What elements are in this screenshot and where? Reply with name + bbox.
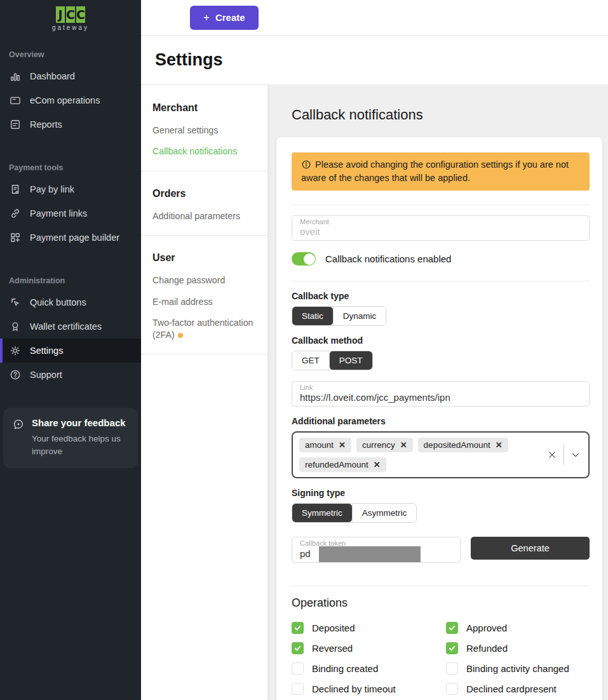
sidebar-item-payment-page-builder[interactable]: Payment page builder <box>0 225 141 250</box>
chevron-down-icon[interactable] <box>570 449 581 461</box>
check-icon <box>294 644 302 652</box>
callback-token-field[interactable]: Callback token pd <box>292 537 461 562</box>
link-field-value: https://l.oveit.com/jcc_payments/ipn <box>300 392 581 403</box>
multiselect-controls <box>546 445 581 465</box>
reports-icon <box>9 118 22 131</box>
divider <box>292 586 590 586</box>
panel-heading: Callback notifications <box>292 107 602 123</box>
chip-refundedAmount[interactable]: refundedAmount✕ <box>299 457 386 472</box>
operation-reversed: Reversed <box>292 642 446 655</box>
feedback-title: Share your feedback <box>32 417 127 428</box>
sidebar-item-dashboard[interactable]: Dashboard <box>0 64 141 88</box>
callback-type-dynamic[interactable]: Dynamic <box>333 307 386 325</box>
subnav-item-callback-notifications[interactable]: Callback notifications <box>152 145 256 157</box>
info-icon <box>301 159 311 170</box>
checkbox-binding-activity-changed[interactable] <box>446 663 458 675</box>
sidebar-item-label: Pay by link <box>30 184 74 194</box>
page-title-bar: Settings <box>141 36 608 85</box>
warning-alert-text: Please avoid changing the configuration … <box>301 159 569 183</box>
subnav-item-general-settings[interactable]: General settings <box>152 125 256 136</box>
operation-deposited: Deposited <box>292 622 446 635</box>
subnav-divider <box>141 235 267 236</box>
support-icon <box>9 368 22 381</box>
sidebar-item-label: Dashboard <box>30 71 75 81</box>
chip-depositedAmount[interactable]: depositedAmount✕ <box>418 438 508 452</box>
sidebar-item-support[interactable]: Support <box>0 363 141 387</box>
signing-type-symmetric[interactable]: Symmetric <box>292 504 352 522</box>
additional-parameters-multiselect[interactable]: amount✕ currency✕ depositedAmount✕ refun… <box>292 431 590 478</box>
sidebar-item-label: Reports <box>30 119 62 130</box>
operation-declined-by-timeout: Declined by timeout <box>292 683 446 696</box>
check-icon <box>448 644 456 652</box>
merchant-field-value: oveit <box>300 226 581 238</box>
section-header-administration: Administration <box>0 276 141 285</box>
create-button-label: Create <box>215 12 245 23</box>
callback-token-row: Callback token pd Generate <box>292 537 590 562</box>
divider <box>292 281 590 281</box>
additional-parameters-label: Additional parameters <box>292 416 590 426</box>
clear-all-icon[interactable] <box>546 449 558 461</box>
checkbox-deposited[interactable] <box>292 622 304 634</box>
generate-button[interactable]: Generate <box>471 537 590 560</box>
jcc-logo[interactable]: J C C gateway <box>0 0 141 31</box>
sidebar-item-quick-buttons[interactable]: Quick buttons <box>0 290 141 314</box>
callback-method-post[interactable]: POST <box>329 351 372 370</box>
jcc-logo-tiles: J C C <box>56 6 85 23</box>
subnav-item-email-address[interactable]: E-mail address <box>152 296 256 307</box>
checkbox-reversed[interactable] <box>292 642 304 654</box>
sidebar-item-label: Quick buttons <box>30 297 86 307</box>
check-icon <box>294 624 302 632</box>
payment-links-icon <box>9 207 22 220</box>
settings-subnav: Merchant General settings Callback notif… <box>141 85 267 700</box>
token-redaction-overlay <box>319 546 421 562</box>
chip-remove-icon[interactable]: ✕ <box>400 440 407 450</box>
sidebar-item-reports[interactable]: Reports <box>0 112 141 137</box>
signing-type-segmented: Symmetric Asymmetric <box>292 503 417 523</box>
callback-settings-card: Please avoid changing the configuration … <box>276 137 602 700</box>
callback-method-get[interactable]: GET <box>292 351 329 370</box>
subnav-divider <box>141 354 267 354</box>
share-feedback-card[interactable]: Share your feedback Your feedback helps … <box>3 408 138 468</box>
link-field[interactable]: Link https://l.oveit.com/jcc_payments/ip… <box>292 381 590 407</box>
chip-amount[interactable]: amount✕ <box>299 438 351 452</box>
checkbox-declined-by-timeout[interactable] <box>292 683 304 695</box>
chip-remove-icon[interactable]: ✕ <box>339 440 346 450</box>
checkbox-declined-cardpresent[interactable] <box>446 683 458 695</box>
checkbox-binding-created[interactable] <box>292 663 304 675</box>
operation-binding-created: Binding created <box>292 663 446 675</box>
sidebar: J C C gateway Overview Dashboard eCom op… <box>0 0 141 700</box>
callback-method-segmented: GET POST <box>292 351 373 370</box>
checkbox-approved[interactable] <box>446 622 458 634</box>
sidebar-item-ecom-operations[interactable]: eCom operations <box>0 88 141 112</box>
operation-binding-activity-changed: Binding activity changed <box>446 663 590 675</box>
chip-remove-icon[interactable]: ✕ <box>496 440 503 450</box>
chip-currency[interactable]: currency✕ <box>356 438 413 452</box>
subnav-item-two-factor-auth[interactable]: Two-factor authentication (2FA) <box>152 317 256 340</box>
sidebar-item-wallet-certificates[interactable]: Wallet certificates <box>0 314 141 339</box>
ecom-operations-icon <box>9 94 22 107</box>
logo-letter: C <box>76 6 85 23</box>
operations-heading: Operations <box>292 596 590 610</box>
callback-type-segmented: Static Dynamic <box>292 306 386 326</box>
dashboard-icon <box>9 70 22 83</box>
signing-type-asymmetric[interactable]: Asymmetric <box>352 504 417 522</box>
page-title: Settings <box>155 50 223 70</box>
sidebar-item-label: Support <box>30 370 62 380</box>
sidebar-item-pay-by-link[interactable]: Pay by link <box>0 177 141 201</box>
logo-letter: J <box>56 6 65 23</box>
main-column: + Create Settings Merchant General setti… <box>141 0 608 700</box>
create-button[interactable]: + Create <box>190 6 259 30</box>
callback-type-label: Callback type <box>292 291 590 301</box>
sidebar-item-payment-links[interactable]: Payment links <box>0 201 141 225</box>
callback-type-static[interactable]: Static <box>292 307 333 325</box>
section-header-payment-tools: Payment tools <box>0 163 141 172</box>
twofa-status-dot <box>178 333 183 338</box>
subnav-item-additional-parameters[interactable]: Additional parameters <box>152 210 256 222</box>
sidebar-item-settings[interactable]: Settings <box>0 339 141 363</box>
callback-notifications-toggle[interactable] <box>292 252 316 266</box>
divider <box>292 205 590 205</box>
sidebar-item-label: eCom operations <box>30 95 100 105</box>
checkbox-refunded[interactable] <box>446 642 458 654</box>
chip-remove-icon[interactable]: ✕ <box>374 460 381 469</box>
subnav-item-change-password[interactable]: Change password <box>152 274 256 286</box>
